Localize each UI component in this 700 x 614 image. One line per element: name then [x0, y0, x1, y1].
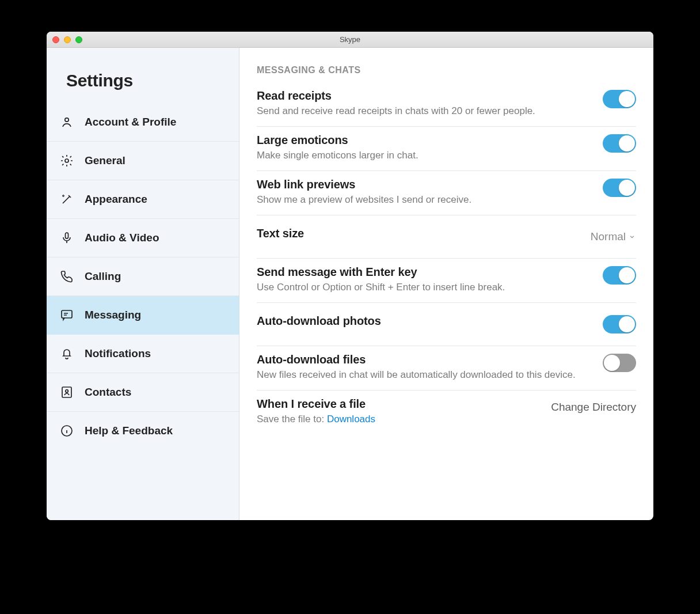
bell-icon [59, 346, 74, 361]
setting-control [603, 353, 636, 373]
setting-text: Large emoticons Make single emoticons la… [257, 134, 591, 162]
sidebar-item-label: Contacts [85, 386, 131, 399]
setting-desc: Send and receive read receipts in chats … [257, 105, 591, 118]
maximize-window-button[interactable] [75, 36, 82, 43]
sidebar-item-label: Calling [85, 270, 121, 283]
setting-title: Web link previews [257, 178, 591, 191]
save-location-link[interactable]: Downloads [327, 414, 375, 425]
setting-text: Text size [257, 227, 579, 240]
close-window-button[interactable] [52, 36, 59, 43]
toggle-auto-download-files[interactable] [603, 354, 636, 372]
settings-sidebar: Settings Account & Profile General Appea… [47, 48, 239, 520]
sidebar-item-label: Appearance [85, 193, 147, 206]
setting-text: When I receive a file Save the file to: … [257, 397, 539, 426]
sidebar-item-label: Notifications [85, 347, 151, 360]
svg-point-5 [66, 390, 69, 393]
setting-desc: New files received in chat will be autom… [257, 369, 591, 382]
setting-control [603, 266, 636, 285]
info-icon [59, 423, 74, 438]
svg-rect-3 [62, 310, 72, 318]
setting-text-size: Text size Normal [257, 215, 636, 259]
person-icon [59, 115, 74, 130]
setting-read-receipts: Read receipts Send and receive read rece… [257, 82, 636, 127]
sidebar-item-audio-video[interactable]: Audio & Video [47, 219, 239, 257]
microphone-icon [59, 230, 74, 245]
toggle-large-emoticons[interactable] [603, 134, 636, 153]
setting-control [603, 134, 636, 153]
setting-send-with-enter: Send message with Enter key Use Control … [257, 259, 636, 303]
save-file-prefix: Save the file to: [257, 414, 327, 425]
wand-icon [59, 192, 74, 207]
setting-control: Normal [591, 227, 636, 247]
traffic-lights [52, 36, 82, 43]
setting-auto-download-photos: Auto-download photos [257, 303, 636, 346]
setting-large-emoticons: Large emoticons Make single emoticons la… [257, 127, 636, 171]
sidebar-item-help-feedback[interactable]: Help & Feedback [47, 412, 239, 450]
setting-title: Auto-download photos [257, 314, 591, 328]
contacts-book-icon [59, 385, 74, 400]
window-body: Settings Account & Profile General Appea… [47, 48, 653, 520]
setting-title: When I receive a file [257, 397, 539, 411]
titlebar: Skype [47, 32, 653, 48]
setting-control [603, 314, 636, 334]
sidebar-item-messaging[interactable]: Messaging [47, 296, 239, 335]
setting-control [603, 178, 636, 198]
setting-title: Read receipts [257, 89, 591, 103]
setting-web-link-previews: Web link previews Show me a preview of w… [257, 171, 636, 215]
phone-icon [59, 269, 74, 284]
toggle-auto-download-photos[interactable] [603, 315, 636, 333]
setting-title: Text size [257, 227, 579, 240]
toggle-web-link-previews[interactable] [603, 179, 636, 197]
settings-content: MESSAGING & CHATS Read receipts Send and… [239, 48, 653, 520]
app-window: Skype Settings Account & Profile General [47, 32, 653, 520]
sidebar-item-account-profile[interactable]: Account & Profile [47, 103, 239, 142]
setting-desc: Make single emoticons larger in chat. [257, 149, 591, 162]
minimize-window-button[interactable] [64, 36, 71, 43]
sidebar-item-label: Messaging [85, 309, 141, 321]
toggle-send-with-enter[interactable] [603, 266, 636, 285]
sidebar-item-calling[interactable]: Calling [47, 257, 239, 296]
dropdown-value: Normal [591, 230, 626, 243]
setting-desc: Use Control or Option or Shift + Enter t… [257, 281, 591, 294]
section-header: MESSAGING & CHATS [257, 65, 636, 75]
sidebar-item-label: Audio & Video [85, 232, 159, 244]
setting-desc: Show me a preview of websites I send or … [257, 194, 591, 207]
toggle-read-receipts[interactable] [603, 90, 636, 108]
change-directory-button[interactable]: Change Directory [551, 401, 636, 414]
setting-control [603, 89, 636, 109]
setting-auto-download-files: Auto-download files New files received i… [257, 346, 636, 391]
sidebar-item-general[interactable]: General [47, 142, 239, 180]
setting-title: Send message with Enter key [257, 266, 591, 279]
sidebar-item-notifications[interactable]: Notifications [47, 335, 239, 373]
setting-text: Read receipts Send and receive read rece… [257, 89, 591, 118]
chat-icon [59, 308, 74, 323]
setting-text: Auto-download photos [257, 314, 591, 328]
setting-title: Large emoticons [257, 134, 591, 147]
sidebar-item-label: General [85, 154, 125, 167]
svg-point-0 [65, 118, 69, 122]
setting-control: Change Directory [551, 397, 636, 417]
window-title: Skype [47, 35, 653, 44]
setting-text: Auto-download files New files received i… [257, 353, 591, 382]
svg-rect-2 [66, 233, 69, 238]
sidebar-item-contacts[interactable]: Contacts [47, 373, 239, 412]
sidebar-item-label: Account & Profile [85, 116, 176, 128]
setting-text: Web link previews Show me a preview of w… [257, 178, 591, 207]
sidebar-title: Settings [47, 48, 239, 103]
sidebar-item-appearance[interactable]: Appearance [47, 180, 239, 219]
chevron-down-icon [628, 233, 636, 241]
svg-point-1 [65, 159, 69, 162]
gear-icon [59, 153, 74, 168]
setting-desc: Save the file to: Downloads [257, 413, 539, 426]
dropdown-text-size[interactable]: Normal [591, 230, 636, 243]
setting-title: Auto-download files [257, 353, 591, 366]
setting-text: Send message with Enter key Use Control … [257, 266, 591, 294]
sidebar-item-label: Help & Feedback [85, 425, 173, 437]
setting-receive-file: When I receive a file Save the file to: … [257, 391, 636, 434]
